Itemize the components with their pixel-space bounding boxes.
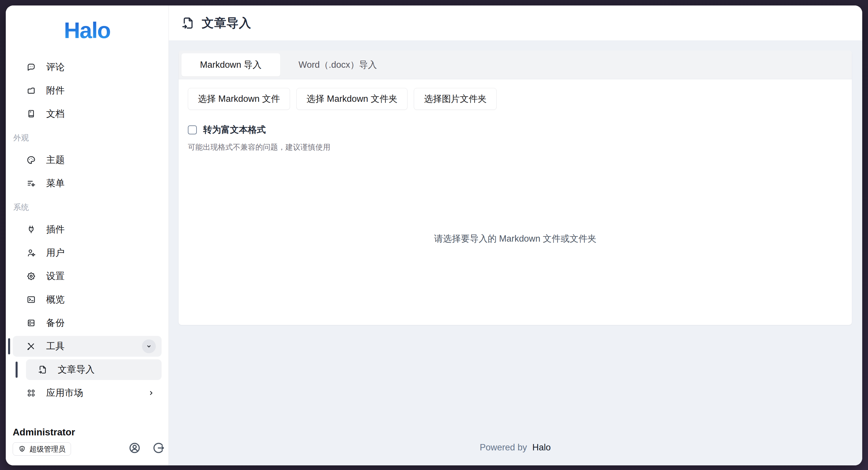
sidebar-item-attachments[interactable]: 附件 [13, 80, 162, 101]
sidebar-item-app-market[interactable]: 应用市场 [13, 382, 162, 403]
shield-user-icon [18, 445, 26, 453]
apps-grid-icon [27, 389, 36, 398]
file-import-icon [38, 365, 47, 374]
sidebar-item-label: 备份 [46, 316, 65, 329]
tab-markdown-import[interactable]: Markdown 导入 [182, 53, 280, 76]
sidebar-section-system: 系统 [13, 202, 162, 212]
user-name: Administrator [13, 427, 162, 438]
chevron-down-icon [145, 342, 153, 350]
empty-state-message: 请选择要导入的 Markdown 文件或文件夹 [434, 233, 596, 245]
file-actions-row: 选择 Markdown 文件 选择 Markdown 文件夹 选择图片文件夹 [188, 88, 843, 110]
select-markdown-folder-button[interactable]: 选择 Markdown 文件夹 [297, 88, 407, 110]
sidebar-item-backup[interactable]: 备份 [13, 312, 162, 333]
sidebar-item-label: 评论 [46, 61, 65, 73]
sidebar-item-label: 插件 [46, 223, 65, 236]
sidebar-item-plugins[interactable]: 插件 [13, 219, 162, 240]
sidebar-item-label: 应用市场 [46, 387, 83, 399]
sidebar-item-label: 工具 [46, 340, 65, 352]
role-badge: 超级管理员 [13, 442, 71, 456]
user-circle-icon[interactable] [128, 441, 141, 455]
sidebar-item-label: 设置 [46, 270, 65, 282]
convert-hint: 可能出现格式不兼容的问题，建议谨慎使用 [188, 142, 843, 152]
app-window: Halo 评论 附件 [6, 5, 862, 465]
footer-brand-link[interactable]: Halo [532, 442, 551, 452]
powered-by-text: Powered by [479, 442, 527, 452]
sidebar-item-comments[interactable]: 评论 [13, 57, 162, 77]
sidebar-item-themes[interactable]: 主题 [13, 149, 162, 170]
select-markdown-file-button[interactable]: 选择 Markdown 文件 [188, 88, 290, 110]
halo-logo: Halo [64, 17, 110, 43]
tab-panel-markdown: 选择 Markdown 文件 选择 Markdown 文件夹 选择图片文件夹 转… [179, 79, 852, 325]
chevron-right-icon [147, 389, 156, 398]
sidebar-item-label: 概览 [46, 293, 65, 306]
plug-icon [27, 225, 36, 234]
content-area: Markdown 导入 Word（.docx）导入 选择 Markdown 文件… [169, 40, 862, 465]
user-settings-icon [27, 248, 36, 258]
file-import-icon [182, 16, 195, 30]
sidebar-item-tools[interactable]: 工具 [13, 336, 162, 357]
logout-icon[interactable] [152, 441, 165, 455]
sidebar-item-label: 主题 [46, 154, 65, 166]
importer-card: Markdown 导入 Word（.docx）导入 选择 Markdown 文件… [179, 51, 852, 325]
sidebar-nav: 评论 附件 文档 外观 [13, 57, 162, 406]
select-image-folder-button[interactable]: 选择图片文件夹 [414, 88, 497, 110]
main-area: 文章导入 Markdown 导入 Word（.docx）导入 选择 Markdo… [169, 5, 862, 465]
footer: Powered by Halo [179, 442, 852, 465]
sidebar: Halo 评论 附件 [6, 5, 169, 465]
comment-icon [27, 63, 36, 72]
folder-icon [27, 86, 36, 95]
page-title: 文章导入 [202, 15, 251, 31]
sidebar-item-article-import[interactable]: 文章导入 [26, 359, 162, 380]
terminal-icon [27, 295, 36, 304]
sidebar-item-label: 文档 [46, 107, 65, 120]
convert-option-row: 转为富文本格式 [188, 124, 843, 136]
sidebar-item-label: 文章导入 [58, 363, 95, 376]
convert-checkbox[interactable] [188, 126, 197, 134]
menu-settings-icon [27, 179, 36, 188]
collapse-toggle[interactable] [142, 339, 156, 353]
tab-bar: Markdown 导入 Word（.docx）导入 [179, 51, 852, 79]
sidebar-item-label: 用户 [46, 246, 65, 259]
palette-icon [27, 156, 36, 165]
user-actions [128, 441, 165, 455]
sidebar-item-label: 菜单 [46, 177, 65, 190]
role-badge-label: 超级管理员 [29, 444, 65, 454]
empty-state: 请选择要导入的 Markdown 文件或文件夹 [188, 152, 843, 325]
logo-container[interactable]: Halo [13, 18, 162, 43]
tab-word-import[interactable]: Word（.docx）导入 [280, 53, 396, 76]
convert-checkbox-label: 转为富文本格式 [203, 124, 266, 136]
selected-indicator [16, 362, 18, 378]
archive-icon [27, 318, 36, 328]
document-icon [27, 109, 36, 119]
external-indicator [147, 389, 156, 398]
sidebar-item-overview[interactable]: 概览 [13, 289, 162, 310]
sidebar-item-menus[interactable]: 菜单 [13, 173, 162, 194]
sidebar-section-appearance: 外观 [13, 133, 162, 143]
tools-icon [27, 342, 36, 351]
sidebar-item-users[interactable]: 用户 [13, 242, 162, 263]
gear-icon [27, 272, 36, 281]
sidebar-item-label: 附件 [46, 84, 65, 97]
sidebar-item-docs[interactable]: 文档 [13, 103, 162, 124]
page-header: 文章导入 [169, 5, 862, 40]
selected-indicator [8, 338, 10, 355]
sidebar-item-settings[interactable]: 设置 [13, 266, 162, 287]
